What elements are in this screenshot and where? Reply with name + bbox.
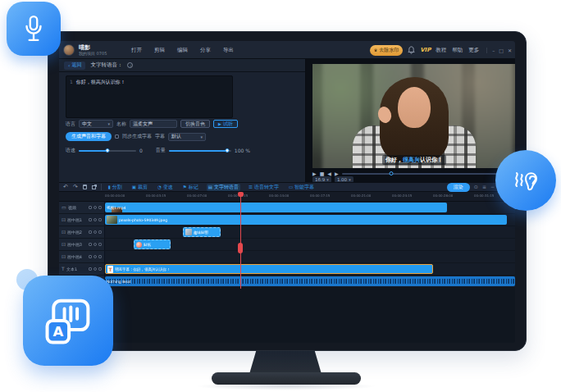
clip-thumbnail xyxy=(107,216,117,224)
tool-split[interactable]: ▮分割 xyxy=(107,184,124,191)
volume-slider[interactable] xyxy=(169,150,231,152)
panel-header: ‹ 返回 文字转语音： i xyxy=(59,59,305,72)
seek-bar[interactable] xyxy=(342,173,508,175)
menu-item[interactable]: 打开 xyxy=(131,47,142,54)
subtitle-highlight: 很高兴 xyxy=(403,157,420,163)
video-clip[interactable]: 视频1.mp4 xyxy=(105,203,447,212)
tool-speech-to-text[interactable]: ☰语音转文字 xyxy=(247,184,280,191)
audio-clip[interactable]: Nothing Beat xyxy=(105,276,515,286)
titlebar-links: 教程帮助更多 xyxy=(436,47,479,54)
eye-icon[interactable] xyxy=(98,218,102,221)
ruler-timestamp: 00:00:24:15 xyxy=(392,194,412,198)
undo-icon[interactable]: ↶ xyxy=(63,185,68,190)
timeline-ruler[interactable]: 00:00:00:0000:00:03:1500:00:07:0000:00:1… xyxy=(59,192,515,202)
script-textarea[interactable]: 1 你好，很高兴认识你！ xyxy=(66,75,233,118)
pip2-track-lane[interactable]: 趣味贴图 xyxy=(105,226,515,238)
voiceover-icon[interactable]: ⊙ xyxy=(474,185,478,189)
user-avatar[interactable] xyxy=(63,44,75,56)
video-track-lane[interactable]: 视频1.mp4 xyxy=(105,202,515,213)
redo-icon[interactable]: ↷ xyxy=(73,185,78,190)
project-name: 我的项目 0705 xyxy=(79,51,107,56)
mute-icon[interactable] xyxy=(94,255,97,258)
text-track-type-icon: T xyxy=(62,267,65,271)
maximize-button[interactable]: □ xyxy=(499,48,504,53)
app-titlebar: 喵影 我的项目 0705 打开剪辑编辑分享导出 ♛ 去除水印 VIP 教程帮助更… xyxy=(59,41,515,59)
playhead-pin[interactable] xyxy=(238,192,244,197)
mute-icon[interactable] xyxy=(94,230,97,234)
lock-icon[interactable] xyxy=(89,243,92,246)
menu-item[interactable]: 导出 xyxy=(223,47,234,54)
lock-icon[interactable] xyxy=(89,230,92,234)
tool-auto-caption[interactable]: ▭智能字幕 xyxy=(287,184,316,191)
line-number: 1 xyxy=(70,79,73,115)
video-preview[interactable]: 你好，很高兴认识你！ xyxy=(312,64,515,168)
voice-name-input[interactable]: 温柔女声 xyxy=(130,120,177,128)
pip4-track-lane[interactable] xyxy=(105,251,515,262)
close-button[interactable]: ✕ xyxy=(508,48,512,53)
info-icon[interactable]: i xyxy=(127,62,133,68)
eye-icon[interactable] xyxy=(98,243,102,246)
caption-style-select[interactable]: 默认 ▾ xyxy=(168,133,206,141)
duplicate-icon[interactable] xyxy=(92,185,96,189)
speed-slider[interactable] xyxy=(79,150,136,152)
audition-button[interactable]: ▶ 试听 xyxy=(213,120,238,128)
generate-voice-button[interactable]: 生成声音和字幕 xyxy=(66,132,112,141)
tool-marker[interactable]: ⚑标记 xyxy=(181,184,200,191)
timeline-tools: ▮分割▣裁剪◔变速⚑标记▤文字转语音☰语音转文字▭智能字幕 xyxy=(107,184,316,191)
pip3-track-lane[interactable]: 贴纸 xyxy=(105,239,515,250)
preview-subtitle: 你好，很高兴认识你！ xyxy=(382,155,446,165)
remove-watermark-button[interactable]: ♛ 去除水印 xyxy=(370,45,403,56)
change-voice-button[interactable]: 切换音色 xyxy=(180,120,210,128)
audio-track-lane[interactable]: Nothing Beat xyxy=(105,276,515,287)
chevron-down-icon: ▾ xyxy=(107,121,110,126)
eye-icon[interactable] xyxy=(98,230,102,234)
lock-icon[interactable] xyxy=(89,267,92,271)
text-clip[interactable]: T潮流字幕：你好，很高兴认识你！ xyxy=(105,264,433,274)
lock-icon[interactable] xyxy=(89,255,92,258)
mute-icon[interactable] xyxy=(94,206,97,209)
titlebar-link[interactable]: 帮助 xyxy=(452,47,463,54)
tool-crop[interactable]: ▣裁剪 xyxy=(130,184,149,191)
lock-icon[interactable] xyxy=(89,218,92,221)
menu-item[interactable]: 剪辑 xyxy=(154,47,165,54)
mute-icon[interactable] xyxy=(94,218,97,221)
render-button[interactable]: 渲染 xyxy=(447,183,470,192)
menu-item[interactable]: 编辑 xyxy=(177,47,188,54)
pip1-track-lane[interactable]: pexels-photo-590349.jpeg xyxy=(105,214,515,226)
playhead-handle[interactable] xyxy=(238,243,243,253)
zoom-out-icon[interactable]: − xyxy=(490,185,495,189)
text-track-header: T文本1 xyxy=(59,263,105,275)
person-face xyxy=(398,87,431,128)
delete-icon[interactable] xyxy=(83,185,87,189)
lock-icon[interactable] xyxy=(89,206,92,209)
chip-clip[interactable]: 趣味贴图 xyxy=(183,227,221,237)
sticker-icon xyxy=(136,242,142,248)
mute-icon[interactable] xyxy=(94,243,97,246)
sticker-clip[interactable]: 贴纸 xyxy=(134,239,171,249)
back-button[interactable]: ‹ 返回 xyxy=(64,62,85,70)
ruler-timestamp: 00:00:28:00 xyxy=(433,194,453,198)
titlebar-link[interactable]: 教程 xyxy=(436,47,446,54)
tool-text-to-speech[interactable]: ▤文字转语音 xyxy=(207,184,240,191)
text-track-lane[interactable]: T潮流字幕：你好，很高兴认识你！ xyxy=(105,263,515,275)
tool-speed[interactable]: ◔变速 xyxy=(156,184,175,191)
image-clip[interactable]: pexels-photo-590349.jpeg xyxy=(105,215,507,225)
notification-bell-icon[interactable] xyxy=(408,46,415,54)
tool-label: 语音转文字 xyxy=(254,184,279,191)
titlebar-link[interactable]: 更多 xyxy=(468,47,479,54)
generate-label: 生成声音和字幕 xyxy=(71,133,106,140)
eye-icon[interactable] xyxy=(98,267,102,271)
mute-icon[interactable] xyxy=(94,267,97,271)
language-select[interactable]: 中文 ▾ xyxy=(79,120,113,128)
audio-track: ♪音频1Nothing Beat xyxy=(59,276,515,287)
eye-icon[interactable] xyxy=(98,255,102,258)
minimize-button[interactable]: – xyxy=(492,48,495,53)
vip-badge[interactable]: VIP xyxy=(420,47,431,53)
eye-icon[interactable] xyxy=(98,206,102,209)
sliders-row: 语速 0 音量 100 % xyxy=(66,147,250,154)
sync-caption-checkbox[interactable] xyxy=(115,134,119,139)
window-controls: – □ ✕ xyxy=(486,48,512,53)
voice-to-text-icon: A xyxy=(43,295,94,346)
mixer-icon[interactable]: ≡ xyxy=(482,185,486,189)
menu-item[interactable]: 分享 xyxy=(200,47,211,54)
